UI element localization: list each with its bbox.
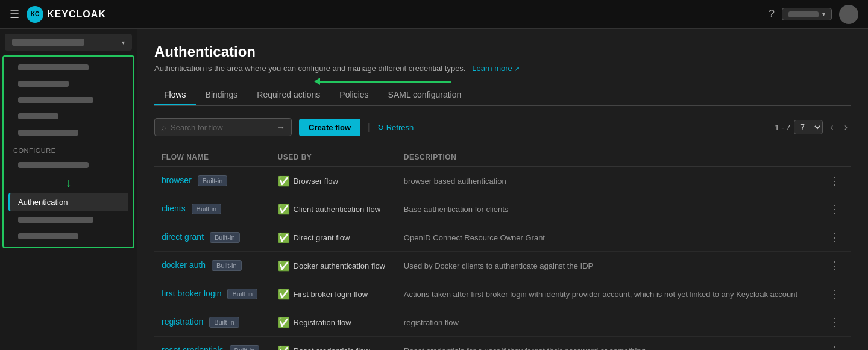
sidebar-item-bar-1 <box>18 64 89 70</box>
layout: ▾ Configure ↓ <box>0 0 868 350</box>
tab-flows[interactable]: Flows <box>154 85 196 105</box>
sidebar-item-authentication[interactable]: Authentication <box>8 193 128 211</box>
row-actions-button[interactable]: ⋮ <box>826 314 844 330</box>
create-flow-button[interactable]: Create flow <box>299 119 360 136</box>
sidebar-auth-label: Authentication <box>18 198 68 207</box>
row-actions-button[interactable]: ⋮ <box>826 201 844 217</box>
col-header-description: Description <box>397 148 819 167</box>
used-by-cell: ✅ Registration flow <box>278 317 389 328</box>
sidebar-item-3[interactable] <box>8 92 128 108</box>
sidebar-item-bottom-1[interactable] <box>8 212 128 228</box>
sidebar-item-bar-4 <box>18 113 58 119</box>
sidebar-item-configure-1[interactable] <box>8 157 128 173</box>
row-actions-button[interactable]: ⋮ <box>826 343 844 350</box>
topbar: ☰ KC KEYCLOAK ? ▾ <box>0 0 868 29</box>
description-text: Used by Docker clients to authenticate a… <box>404 261 593 270</box>
sidebar-item-1[interactable] <box>8 60 128 75</box>
description-text: browser based authentication <box>404 177 506 186</box>
search-submit-button[interactable]: → <box>277 122 285 132</box>
builtin-badge: Built-in <box>198 175 228 186</box>
check-icon: ✅ <box>278 175 290 187</box>
green-arrow <box>314 78 451 85</box>
sidebar-item-bottom-2[interactable] <box>8 228 128 244</box>
description-text: OpenID Connect Resource Owner Grant <box>404 233 545 242</box>
learn-more-link[interactable]: Learn more <box>472 64 512 73</box>
avatar[interactable] <box>839 5 858 24</box>
tabs: Flows Bindings Required actions Policies… <box>154 85 851 106</box>
flow-name-link[interactable]: first broker login <box>162 289 222 298</box>
realm-selector[interactable]: ▾ <box>5 34 132 51</box>
used-by-text: Client authentication flow <box>294 205 381 214</box>
subtitle-text: Authentication is the area where you can… <box>154 64 465 73</box>
realm-selector-chevron-icon: ▾ <box>122 39 125 46</box>
sidebar-bottom-bar-2 <box>18 233 78 239</box>
flow-name-link[interactable]: browser <box>162 175 192 185</box>
check-icon: ✅ <box>278 204 290 215</box>
description-text: Reset credentials for a user if they for… <box>404 346 646 350</box>
search-input[interactable] <box>171 123 272 132</box>
used-by-text: First broker login flow <box>294 290 368 299</box>
check-icon: ✅ <box>278 317 290 328</box>
builtin-badge: Built-in <box>227 289 257 299</box>
col-header-used-by: Used by <box>271 148 397 167</box>
flow-name-link[interactable]: reset credentials <box>162 345 224 350</box>
flow-name-link[interactable]: registration <box>162 317 203 327</box>
logo-icon: KC <box>27 6 43 23</box>
flow-name-link[interactable]: docker auth <box>162 260 206 270</box>
pagination-top: 1 - 7 7 10 20 ‹ › <box>775 120 851 134</box>
row-actions-button[interactable]: ⋮ <box>826 286 844 302</box>
page-title: Authentication <box>154 43 851 60</box>
used-by-text: Direct grant flow <box>294 233 350 242</box>
check-icon: ✅ <box>278 232 290 243</box>
sidebar-item-2[interactable] <box>8 76 128 92</box>
tab-required-actions[interactable]: Required actions <box>247 85 330 105</box>
sidebar-item-4[interactable] <box>8 108 128 124</box>
toolbar: ⌕ → Create flow | ↻ Refresh 1 - 7 7 10 2… <box>154 118 851 136</box>
tab-required-actions-label: Required actions <box>257 90 320 99</box>
search-icon: ⌕ <box>161 122 166 132</box>
tab-flows-label: Flows <box>164 90 186 99</box>
used-by-text: Registration flow <box>294 318 351 327</box>
refresh-button[interactable]: ↻ Refresh <box>377 123 414 132</box>
help-icon[interactable]: ? <box>769 8 775 20</box>
page-subtitle: Authentication is the area where you can… <box>154 64 851 73</box>
table-row: direct grant Built-in ✅ Direct grant flo… <box>154 223 851 252</box>
pagination-range-top: 1 - 7 <box>775 123 790 132</box>
row-actions-button[interactable]: ⋮ <box>826 173 844 189</box>
flow-table: Flow name Used by Description browser Bu… <box>154 148 851 350</box>
tab-bindings[interactable]: Bindings <box>196 85 248 105</box>
main-content: Authentication Authentication is the are… <box>137 29 868 350</box>
col-header-actions <box>819 148 851 167</box>
sidebar-item-bar-2 <box>18 81 69 87</box>
hamburger-menu[interactable]: ☰ <box>10 8 19 21</box>
used-by-text: Reset credentials flow <box>294 346 370 351</box>
realm-name-bar <box>788 11 819 17</box>
sidebar-item-5[interactable] <box>8 125 128 140</box>
sidebar-item-bar-5 <box>18 130 78 136</box>
row-actions-button[interactable]: ⋮ <box>826 230 844 245</box>
pagination-prev-button[interactable]: ‹ <box>826 120 837 134</box>
logo: KC KEYCLOAK <box>27 6 106 23</box>
tab-saml[interactable]: SAML configuration <box>379 85 471 105</box>
realm-dropdown[interactable]: ▾ <box>782 8 832 20</box>
used-by-cell: ✅ Client authentication flow <box>278 204 389 215</box>
tab-saml-label: SAML configuration <box>388 90 462 99</box>
sidebar-top-group: Configure ↓ Authentication <box>2 55 134 248</box>
check-icon: ✅ <box>278 260 290 272</box>
sidebar: ▾ Configure ↓ <box>0 29 137 350</box>
description-text: Actions taken after first broker login w… <box>404 290 797 299</box>
sidebar-item-bar-3 <box>18 97 93 103</box>
sidebar-configure-bar-1 <box>18 162 89 168</box>
flow-name-link[interactable]: clients <box>162 204 186 213</box>
tab-policies[interactable]: Policies <box>330 85 378 105</box>
row-actions-button[interactable]: ⋮ <box>826 258 844 273</box>
refresh-icon: ↻ <box>377 123 384 132</box>
pagination-size-select[interactable]: 7 10 20 <box>794 120 823 134</box>
flow-name-link[interactable]: direct grant <box>162 232 204 242</box>
check-icon: ✅ <box>278 345 290 351</box>
description-text: Base authentication for clients <box>404 205 508 214</box>
green-down-arrow-icon: ↓ <box>4 173 133 192</box>
builtin-badge: Built-in <box>192 204 222 214</box>
pagination-next-button[interactable]: › <box>841 120 851 134</box>
refresh-label: Refresh <box>386 123 414 132</box>
